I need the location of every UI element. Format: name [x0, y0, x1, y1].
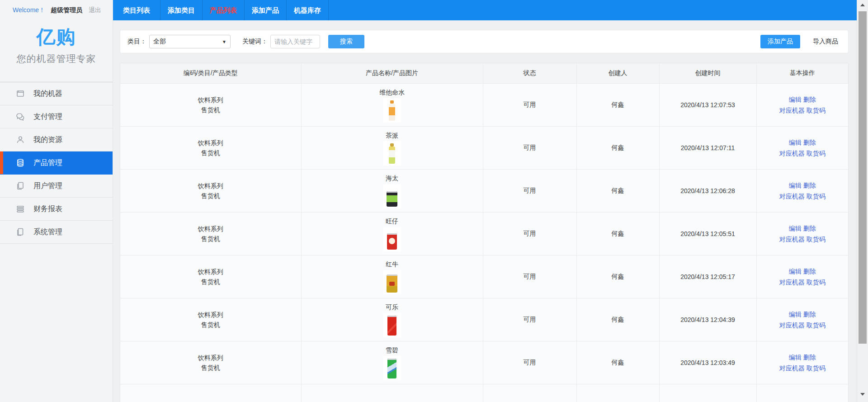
cell-category-type: 饮料系列售货机 — [120, 341, 301, 384]
edit-link[interactable]: 编辑 — [789, 96, 802, 103]
logo: 亿购 — [0, 24, 113, 50]
vitamin-drink-art — [389, 104, 395, 121]
pickup-code-link[interactable]: 取货码 — [807, 279, 826, 286]
logout-link[interactable]: 退出 — [89, 6, 101, 14]
table-row: 饮料系列售货机红牛可用何鑫2020/4/13 12:05:17编辑 删除对应机器… — [120, 255, 848, 298]
cell-created — [659, 384, 756, 402]
cell-created: 2020/4/13 12:05:17 — [659, 255, 756, 298]
delete-link[interactable]: 删除 — [803, 225, 816, 232]
delete-link[interactable]: 删除 — [803, 139, 816, 146]
sidebar-item-label: 支付管理 — [33, 112, 62, 122]
import-products-link[interactable]: 导入商品 — [813, 38, 838, 46]
pickup-code-link[interactable]: 取货码 — [807, 236, 826, 243]
delete-link[interactable]: 删除 — [803, 182, 816, 189]
sidebar-item-my-machines[interactable]: 我的机器 — [0, 82, 113, 105]
system-icon — [15, 227, 25, 237]
tab-product-list[interactable]: 产品列表 — [203, 0, 245, 20]
type-text: 售货机 — [120, 148, 301, 158]
pickup-code-link[interactable]: 取货码 — [807, 364, 826, 372]
cell-actions: 编辑 删除对应机器 取货码 — [756, 126, 848, 169]
edit-link[interactable]: 编辑 — [789, 139, 802, 146]
tab-category-list[interactable]: 类目列表 — [113, 0, 160, 20]
sidebar-item-label: 我的资源 — [33, 135, 62, 145]
cell-category-type: 饮料系列售货机 — [120, 298, 301, 341]
cell-actions: 编辑 删除对应机器 取货码 — [756, 212, 848, 255]
product-name: 红牛 — [302, 260, 483, 268]
search-button[interactable]: 搜索 — [328, 35, 364, 48]
edit-link[interactable]: 编辑 — [789, 225, 802, 232]
cell-creator — [576, 384, 659, 402]
cell-actions — [756, 384, 848, 402]
cell-creator: 何鑫 — [576, 255, 659, 298]
linked-machines-link[interactable]: 对应机器 — [779, 322, 805, 329]
add-product-button[interactable]: 添加产品 — [760, 35, 800, 48]
sidebar-item-system[interactable]: 系统管理 — [0, 221, 113, 244]
sidebar-item-finance[interactable]: 财务报表 — [0, 198, 113, 221]
wangzai-drink-art — [387, 233, 397, 250]
cell-actions: 编辑 删除对应机器 取货码 — [756, 169, 848, 212]
column-header: 编码/类目/产品类型 — [120, 63, 301, 83]
current-user: 超级管理员 — [51, 6, 82, 14]
category-text: 饮料系列 — [120, 138, 301, 148]
tab-add-product[interactable]: 添加产品 — [245, 0, 287, 20]
scrollbar-thumb[interactable] — [859, 11, 867, 344]
cell-product: 珍珍 — [301, 384, 483, 402]
filter-bar: 类目： 全部 ▼ 关键词： 搜索 添加产品 导入商品 — [120, 30, 849, 53]
table-header-row: 编码/类目/产品类型产品名称/产品图片状态创建人创建时间基本操作 — [120, 63, 848, 83]
cell-category-type — [120, 384, 301, 402]
sidebar-item-label: 用户管理 — [33, 181, 62, 191]
chevron-down-icon: ▼ — [222, 39, 226, 44]
pickup-code-link[interactable]: 取货码 — [807, 193, 826, 200]
triangle-up-icon — [860, 4, 865, 6]
sidebar-item-label: 系统管理 — [33, 227, 62, 237]
chapai-drink-art — [389, 147, 395, 164]
sprite-drink-art — [387, 359, 396, 378]
category-select[interactable]: 全部 ▼ — [149, 35, 231, 48]
edit-link[interactable]: 编辑 — [789, 354, 802, 361]
category-text: 饮料系列 — [120, 353, 301, 363]
welcome-bar: Welcome！ 超级管理员 退出 — [0, 0, 113, 14]
linked-machines-link[interactable]: 对应机器 — [779, 279, 805, 286]
linked-machines-link[interactable]: 对应机器 — [779, 150, 805, 157]
pickup-code-link[interactable]: 取货码 — [807, 107, 826, 114]
linked-machines-link[interactable]: 对应机器 — [779, 107, 805, 114]
delete-link[interactable]: 删除 — [803, 268, 816, 275]
category-text: 饮料系列 — [120, 310, 301, 320]
sidebar-item-users[interactable]: 用户管理 — [0, 175, 113, 198]
linked-machines-link[interactable]: 对应机器 — [779, 236, 805, 243]
sidebar-item-label: 财务报表 — [33, 204, 62, 214]
scroll-down-arrow[interactable] — [857, 390, 868, 398]
pickup-code-link[interactable]: 取货码 — [807, 322, 826, 329]
edit-link[interactable]: 编辑 — [789, 268, 802, 275]
linked-machines-link[interactable]: 对应机器 — [779, 364, 805, 372]
cell-created: 2020/4/13 12:04:39 — [659, 298, 756, 341]
product-name: 雪碧 — [302, 346, 483, 354]
sidebar-item-my-resources[interactable]: 我的资源 — [0, 128, 113, 151]
cell-actions: 编辑 删除对应机器 取货码 — [756, 341, 848, 384]
cell-creator: 何鑫 — [576, 298, 659, 341]
tab-add-category[interactable]: 添加类目 — [160, 0, 203, 20]
tab-machine-stock[interactable]: 机器库存 — [287, 0, 329, 20]
cell-status: 可用 — [483, 126, 576, 169]
cell-category-type: 饮料系列售货机 — [120, 212, 301, 255]
scroll-up-arrow[interactable] — [857, 1, 868, 9]
linked-machines-link[interactable]: 对应机器 — [779, 193, 805, 200]
keyword-input[interactable] — [270, 35, 320, 48]
cell-actions: 编辑 删除对应机器 取货码 — [756, 298, 848, 341]
pickup-code-link[interactable]: 取货码 — [807, 150, 826, 157]
delete-link[interactable]: 删除 — [803, 96, 816, 103]
cell-product: 雪碧 — [301, 341, 483, 384]
edit-link[interactable]: 编辑 — [789, 311, 802, 318]
sidebar-item-products[interactable]: 产品管理 — [0, 151, 113, 175]
sidebar-item-payments[interactable]: 支付管理 — [0, 105, 113, 128]
welcome-text: Welcome！ — [13, 6, 45, 14]
brand: 亿购 您的机器管理专家 — [0, 24, 113, 65]
delete-link[interactable]: 删除 — [803, 354, 816, 361]
category-text: 饮料系列 — [120, 95, 301, 105]
delete-link[interactable]: 删除 — [803, 311, 816, 318]
product-image — [383, 313, 401, 337]
cell-status: 可用 — [483, 212, 576, 255]
category-text: 饮料系列 — [120, 224, 301, 234]
edit-link[interactable]: 编辑 — [789, 182, 802, 189]
type-text: 售货机 — [120, 191, 301, 201]
